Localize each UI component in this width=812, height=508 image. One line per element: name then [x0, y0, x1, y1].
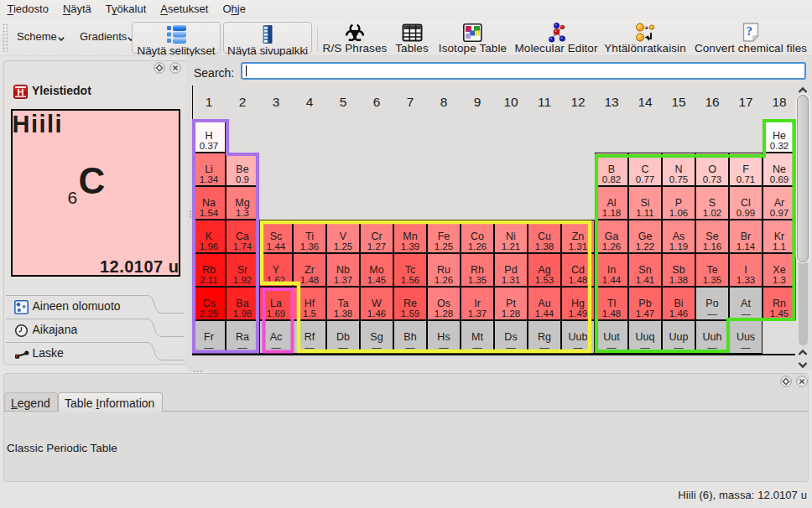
svg-text:?: ?: [747, 24, 753, 38]
svg-text:+: +: [645, 24, 649, 32]
svg-text:H: H: [18, 87, 24, 97]
